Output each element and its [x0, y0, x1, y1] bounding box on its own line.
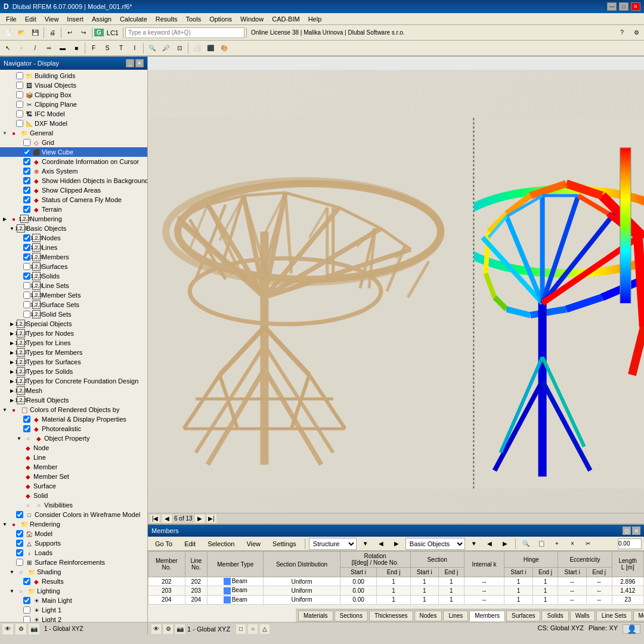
nav-item-supports[interactable]: △ Supports: [0, 538, 147, 548]
expand-shading[interactable]: ▼: [8, 568, 16, 575]
nav-item-types-concrete[interactable]: ▶ 1,2,3 Types for Concrete Foundation De…: [0, 376, 147, 386]
nav-item-lines[interactable]: 1,2,3 Lines: [0, 243, 147, 252]
node-tool[interactable]: ·: [15, 42, 28, 55]
search-input[interactable]: [125, 27, 244, 38]
menu-options[interactable]: Options: [206, 14, 236, 24]
menu-insert[interactable]: Insert: [63, 14, 87, 24]
redo-button[interactable]: ↪: [77, 26, 90, 39]
tab-lines[interactable]: Lines: [443, 611, 468, 621]
nav-item-surfaces[interactable]: 1,2,3 Surfaces: [0, 262, 147, 271]
filter-structure[interactable]: Structure: [309, 538, 357, 550]
bottom-float-button[interactable]: ⊡: [623, 527, 631, 535]
filter-basic-objects[interactable]: Basic Objects: [405, 538, 465, 550]
tab-thicknesses[interactable]: Thicknesses: [369, 611, 413, 621]
bottom-tool-5[interactable]: ✂: [581, 537, 595, 550]
nav-item-visibilities[interactable]: ○ ○ Visibilities: [0, 500, 147, 510]
nav-bottom-camera[interactable]: 📷: [29, 624, 39, 634]
cb-photorealistic[interactable]: [23, 425, 30, 432]
cb-surface-reinforcements[interactable]: [16, 559, 23, 566]
nav-item-model[interactable]: 🏠 Model: [0, 529, 147, 538]
close-button[interactable]: ✕: [631, 2, 640, 11]
help-icon-button[interactable]: ?: [615, 26, 628, 39]
tab-walls[interactable]: Walls: [570, 611, 595, 621]
open-button[interactable]: 📂: [15, 26, 28, 39]
nav-item-ifc-model[interactable]: 🏗 IFC Model: [0, 109, 147, 119]
minimize-button[interactable]: —: [607, 2, 617, 11]
solid-render[interactable]: ⬛: [204, 42, 217, 55]
settings-button[interactable]: ⚙: [630, 26, 643, 39]
cb-solid-sets[interactable]: [23, 311, 30, 318]
cb-clipping-box[interactable]: [16, 91, 23, 98]
cb-visual-objects[interactable]: [16, 82, 23, 89]
nav-item-member-sets[interactable]: 1,2,3 Member Sets: [0, 290, 147, 300]
status-btn-2[interactable]: ○: [248, 624, 258, 634]
cb-members[interactable]: [23, 253, 30, 261]
filter-nav-prev[interactable]: ◀: [374, 537, 388, 550]
filter-nav-next[interactable]: ▶: [390, 537, 403, 550]
filter2-dropdown-btn[interactable]: ▼: [467, 537, 481, 550]
structure-3d-view[interactable]: [148, 70, 644, 537]
render-button[interactable]: 🎨: [218, 42, 231, 55]
nav-item-surface-sets[interactable]: 1,2,3 Surface Sets: [0, 300, 147, 309]
nav-item-loads[interactable]: ↓ Loads: [0, 548, 147, 558]
nav-bottom-eye[interactable]: 👁: [2, 624, 13, 634]
nav-item-mesh[interactable]: ▶ 1,2,3 Mesh: [0, 386, 147, 395]
nav-item-member[interactable]: ◆ Member: [0, 462, 147, 472]
cb-solids[interactable]: [23, 273, 30, 280]
cb-clipping-plane[interactable]: [16, 101, 23, 108]
cb-dxf-model[interactable]: [16, 120, 23, 127]
cb-lines[interactable]: [23, 244, 30, 251]
cb-results-shade[interactable]: [23, 578, 30, 585]
bottom-menu-edit[interactable]: Edit: [179, 539, 200, 549]
nav-close[interactable]: ✕: [135, 59, 144, 67]
expand-general[interactable]: ▼: [1, 129, 8, 137]
cb-terrain[interactable]: [23, 206, 30, 213]
table-row[interactable]: 202 202 Beam Uniform 0.00 1 1 1 -- 1 1 -…: [148, 577, 644, 586]
view-iso[interactable]: I: [128, 42, 141, 55]
nav-item-surface[interactable]: ◆ Surface: [0, 481, 147, 491]
menu-assign[interactable]: Assign: [88, 14, 115, 24]
cb-nodes[interactable]: [23, 234, 30, 242]
expand-clipped-areas[interactable]: [16, 187, 23, 194]
view-front[interactable]: F: [87, 42, 100, 55]
nav-bottom-settings[interactable]: ⚙: [16, 624, 26, 634]
menu-calculate[interactable]: Calculate: [116, 14, 151, 24]
nav-item-results-shade[interactable]: ◆ Results: [0, 577, 147, 586]
menu-window[interactable]: Window: [237, 14, 267, 24]
nav-item-main-light[interactable]: ☀ Main Light: [0, 596, 147, 605]
nav-item-terrain[interactable]: ◆ Terrain: [0, 205, 147, 214]
expand-colors-rendered[interactable]: ▼: [1, 406, 8, 413]
menu-view[interactable]: View: [41, 14, 63, 24]
nav-item-clipped-areas[interactable]: ◆ Show Clipped Areas: [0, 185, 147, 195]
expand-dxf-model[interactable]: [8, 120, 16, 127]
filter2-nav-prev[interactable]: ◀: [483, 537, 496, 550]
cb-surfaces[interactable]: [23, 263, 30, 270]
expand-visual-objects[interactable]: [8, 82, 16, 89]
cb-material-display[interactable]: [23, 416, 30, 423]
precision-input[interactable]: [618, 538, 642, 549]
menu-results[interactable]: Results: [152, 14, 181, 24]
tab-line-sets[interactable]: Line Sets: [596, 611, 632, 621]
cb-member-sets[interactable]: [23, 292, 30, 299]
tab-member-sets[interactable]: Member Sets: [633, 611, 644, 621]
new-button[interactable]: 📄: [1, 26, 14, 39]
nav-item-rendering[interactable]: ▼ ● 📁 Rendering: [0, 519, 147, 529]
expand-clipping-plane[interactable]: [8, 101, 16, 108]
nav-item-solids[interactable]: 1,2,3 Solids: [0, 271, 147, 281]
nav-item-grid[interactable]: ◇ Grid: [0, 138, 147, 147]
maximize-button[interactable]: □: [619, 2, 628, 11]
table-row[interactable]: 203 203 Beam Uniform 0.00 1 1 1 -- 1 1 -…: [148, 586, 644, 595]
nav-item-material-display[interactable]: ◆ Material & Display Properties: [0, 414, 147, 424]
tab-materials[interactable]: Materials: [298, 611, 333, 621]
cb-building-grids[interactable]: [16, 72, 23, 79]
expand-object-property[interactable]: ▼: [16, 435, 23, 442]
view-side[interactable]: S: [101, 42, 114, 55]
nav-item-solid-sets[interactable]: 1,2,3 Solid Sets: [0, 309, 147, 319]
bottom-tool-3[interactable]: +: [550, 537, 564, 550]
cb-camera-fly[interactable]: [23, 196, 30, 203]
cb-model[interactable]: [16, 530, 23, 537]
bottom-menu-view[interactable]: View: [242, 539, 265, 549]
expand-view-cube[interactable]: [16, 148, 23, 156]
solid-tool[interactable]: ■: [70, 42, 83, 55]
status-settings-btn[interactable]: ⚙: [163, 624, 173, 634]
